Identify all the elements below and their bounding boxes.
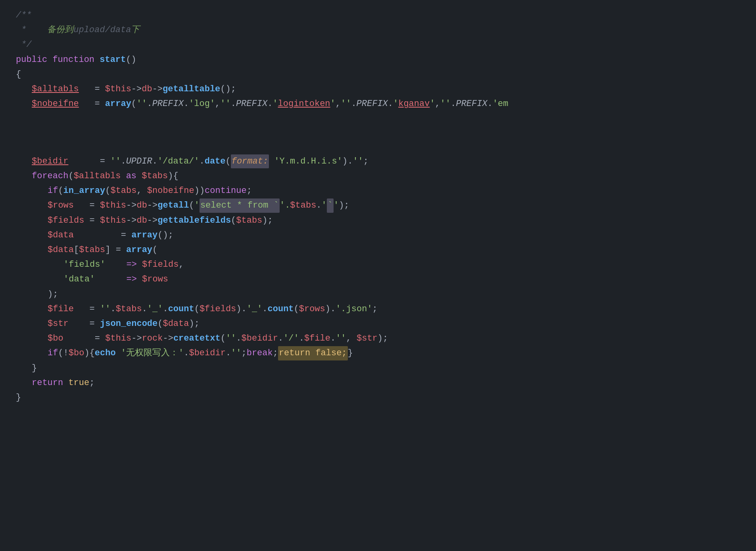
code-token: , — [336, 97, 341, 111]
code-token: getalltable — [163, 82, 220, 96]
code-token: return — [32, 376, 63, 390]
line-16: 'fields' => $fields , — [0, 257, 756, 272]
code-token: . — [142, 302, 147, 316]
code-token: db — [142, 82, 152, 96]
code-token: $data — [48, 243, 74, 257]
code-token: . — [147, 97, 152, 111]
code-token: ( — [231, 214, 236, 227]
code-token-highlighted: ` — [327, 198, 334, 212]
line-22: if (! $bo ){ echo '无权限写入：' . $beidir . '… — [0, 346, 756, 360]
code-token: '/' — [283, 331, 299, 345]
code-token: $fields — [48, 214, 84, 227]
code-token: '_' — [247, 302, 263, 316]
code-token — [106, 258, 127, 272]
line-12: $rows = $this -> db -> getall ( ' select… — [0, 198, 756, 213]
code-token: as — [126, 169, 136, 183]
code-token: ( — [226, 154, 231, 168]
code-token: '' — [100, 302, 110, 316]
code-token: count — [168, 302, 194, 316]
line-7: $nobeifne = array ( '' . PREFIX . 'log' … — [0, 96, 756, 111]
code-token: [ — [74, 243, 79, 257]
code-token: . — [236, 331, 241, 345]
line-1: /** — [0, 8, 756, 23]
code-token: ); — [262, 214, 272, 227]
code-token: 备份到 — [47, 23, 73, 37]
code-token — [47, 53, 52, 67]
code-token: 'Y.m.d.H.i.s' — [274, 154, 342, 168]
code-token: ' — [322, 198, 327, 212]
code-token: . — [184, 346, 189, 360]
code-editor: /** * 备份到upload/data下 */ public function… — [0, 0, 756, 413]
code-token: upload/data — [73, 23, 131, 37]
code-token: if — [48, 184, 58, 198]
code-token: $str — [48, 317, 69, 331]
code-token-highlighted: select * from ` — [200, 198, 280, 212]
code-token: '' — [336, 331, 346, 345]
code-token: $data — [48, 228, 74, 242]
code-token: . — [226, 346, 231, 360]
line-19: $file = '' . $tabs . '_' . count ( $fiel… — [0, 302, 756, 316]
code-token: . — [184, 97, 189, 111]
code-token: , — [435, 97, 440, 111]
code-token: . — [121, 154, 126, 168]
code-token: . — [487, 97, 493, 111]
code-token: ; — [372, 302, 378, 316]
code-token: . — [231, 97, 236, 111]
code-token: 下 — [131, 23, 140, 37]
code-token: = — [68, 154, 110, 168]
code-token: '无权限写入：' — [121, 346, 184, 360]
code-token: = — [69, 317, 100, 331]
code-token: } — [32, 361, 37, 375]
code-token: = — [79, 97, 105, 111]
code-token — [269, 154, 274, 168]
code-token: => — [126, 258, 136, 272]
code-token: ( — [221, 331, 226, 345]
code-token: 'log' — [189, 97, 215, 111]
code-token: , — [215, 97, 220, 111]
code-token: -> — [131, 82, 142, 96]
line-25: } — [0, 390, 756, 405]
code-token: $this — [105, 331, 131, 345]
code-token: true — [68, 376, 89, 390]
code-token: '. — [280, 198, 290, 212]
code-token: ( — [58, 184, 63, 198]
code-token: , — [178, 258, 184, 272]
code-token: = — [74, 198, 100, 212]
code-token: ). — [342, 154, 353, 168]
code-token: . — [200, 154, 205, 168]
code-token: array — [131, 228, 157, 242]
code-token: count — [268, 302, 294, 316]
code-token: '' — [440, 97, 451, 111]
code-token: ( — [189, 198, 194, 212]
code-token: $file — [304, 331, 330, 345]
code-token: format: — [231, 154, 269, 168]
line-13: $fields = $this -> db -> gettablefields … — [0, 213, 756, 228]
code-token: ); — [189, 317, 199, 331]
code-token: PREFIX — [456, 97, 487, 111]
line-24: return true ; — [0, 376, 756, 390]
code-token: ( — [157, 317, 163, 331]
line-3: */ — [0, 37, 756, 52]
line-4: public function start () — [0, 52, 756, 67]
code-token: logintoken — [278, 97, 330, 111]
code-token: foreach — [32, 169, 68, 183]
code-token: ' — [334, 198, 339, 212]
code-token: ){ — [168, 169, 178, 183]
code-token: ); — [339, 198, 349, 212]
code-token: '' — [353, 154, 363, 168]
code-token: '' — [220, 97, 230, 111]
code-token: -> — [163, 331, 173, 345]
code-token: PREFIX — [357, 97, 388, 111]
code-token: $alltabls — [32, 82, 79, 96]
code-token: ). — [236, 302, 246, 316]
code-token: . — [330, 331, 336, 345]
code-token: '' — [231, 346, 241, 360]
code-token: ); — [48, 287, 58, 301]
code-token: = — [79, 82, 105, 96]
code-token: $str — [357, 331, 378, 345]
code-token: PREFIX — [236, 97, 267, 111]
code-token: () — [126, 53, 136, 67]
code-token — [136, 169, 142, 183]
code-token: in_array — [63, 184, 106, 198]
code-token: ( — [194, 302, 200, 316]
